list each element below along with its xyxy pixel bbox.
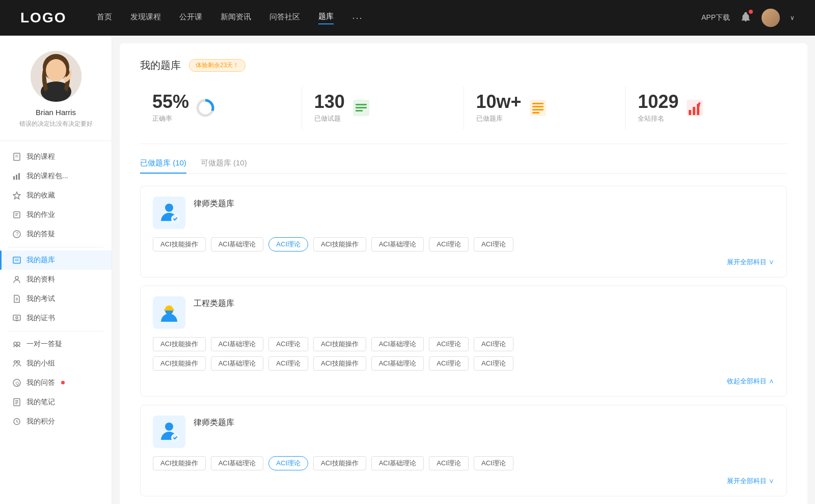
chat-icon <box>12 340 21 349</box>
sidebar-label-my-courses: 我的课程 <box>26 152 55 161</box>
stat-label-banks-done: 已做题库 <box>476 114 522 123</box>
bank-name-1: 律师类题库 <box>194 199 234 209</box>
bank-tag[interactable]: ACI理论 <box>268 337 308 351</box>
bank-tag[interactable]: ACI基础理论 <box>371 237 424 251</box>
sidebar-item-my-homework[interactable]: 我的作业 <box>0 205 112 225</box>
bank-tag[interactable]: ACI基础理论 <box>371 337 424 351</box>
points-icon <box>12 417 21 426</box>
bank-tag[interactable]: ACI理论 <box>474 337 513 351</box>
tab-available-banks[interactable]: 可做题库 (10) <box>201 158 247 173</box>
bank-tag[interactable]: ACI技能操作 <box>313 356 366 371</box>
svg-rect-8 <box>13 176 15 180</box>
bank-tag[interactable]: ACI技能操作 <box>313 337 366 351</box>
bank-tag[interactable]: ACI理论 <box>429 356 469 371</box>
bank-tag-active[interactable]: ACI理论 <box>268 456 308 470</box>
bar-chart-icon <box>12 172 21 181</box>
main-content: 我的题库 体验剩余23天！ 55% 正确率 <box>120 43 807 504</box>
bank-card-2: 工程类题库 ACI技能操作 ACI基础理论 ACI理论 ACI技能操作 ACI基… <box>140 286 787 397</box>
svg-point-28 <box>17 342 20 345</box>
sidebar-item-my-bank[interactable]: 我的题库 <box>0 250 112 270</box>
bank-tag[interactable]: ACI理论 <box>268 356 308 371</box>
question-icon: ? <box>12 230 21 239</box>
sidebar-item-my-points[interactable]: 我的积分 <box>0 412 112 431</box>
logo[interactable]: LOGO <box>20 10 66 26</box>
sidebar-item-my-profile[interactable]: 我的资料 <box>0 270 112 289</box>
sidebar-item-my-notes[interactable]: 我的笔记 <box>0 393 112 412</box>
bank-tag-active[interactable]: ACI理论 <box>268 237 308 251</box>
nav-news[interactable]: 新闻资讯 <box>221 12 251 24</box>
stat-ranking: 1029 全站排名 <box>626 87 787 129</box>
tab-done-banks[interactable]: 已做题库 (10) <box>140 158 186 173</box>
bank-tag[interactable]: ACI理论 <box>474 456 513 470</box>
svg-rect-44 <box>530 100 546 116</box>
bank-tag[interactable]: ACI理论 <box>429 237 469 251</box>
svg-rect-45 <box>532 103 544 104</box>
stat-correct-rate: 55% 正确率 <box>140 87 302 129</box>
sidebar-item-my-cert[interactable]: 我的证书 <box>0 309 112 328</box>
nav-qa[interactable]: 问答社区 <box>269 12 300 24</box>
sidebar-divider-1 <box>8 247 103 247</box>
bank-expand-1[interactable]: 展开全部科目 ∨ <box>153 258 774 267</box>
svg-rect-17 <box>13 257 20 263</box>
sidebar-item-my-course-pkg[interactable]: 我的课程包... <box>0 166 112 186</box>
nav-home[interactable]: 首页 <box>97 12 112 24</box>
bank-tag[interactable]: ACI技能操作 <box>153 237 206 251</box>
certificate-icon <box>12 314 21 323</box>
svg-point-53 <box>165 204 173 212</box>
sidebar-item-my-favorites[interactable]: 我的收藏 <box>0 186 112 205</box>
bank-tag[interactable]: ACI理论 <box>474 237 513 251</box>
bank-tag[interactable]: ACI基础理论 <box>211 237 264 251</box>
bank-tag[interactable]: ACI技能操作 <box>313 456 366 470</box>
sidebar-label-my-group: 我的小组 <box>26 359 55 368</box>
sidebar-motto: 错误的决定比没有决定要好 <box>8 120 103 128</box>
sidebar-profile: Brian Harris 错误的决定比没有决定要好 <box>0 51 112 141</box>
nav-discover[interactable]: 发现课程 <box>130 12 161 24</box>
user-avatar[interactable] <box>762 9 780 27</box>
bank-tag[interactable]: ACI技能操作 <box>153 356 206 371</box>
sidebar-item-my-questions[interactable]: Q 我的问答 <box>0 373 112 393</box>
bank-tag[interactable]: ACI基础理论 <box>211 337 264 351</box>
sidebar-item-my-qa[interactable]: ? 我的答疑 <box>0 225 112 244</box>
svg-rect-10 <box>18 173 20 180</box>
ask-icon: Q <box>12 378 21 387</box>
notification-badge <box>749 10 753 14</box>
bank-card-2-header: 工程类题库 <box>153 296 774 329</box>
svg-point-29 <box>14 360 17 363</box>
bank-expand-3[interactable]: 展开全部科目 ∨ <box>153 477 774 486</box>
sidebar-item-my-exam[interactable]: 我的考试 <box>0 289 112 309</box>
bank-tag[interactable]: ACI基础理论 <box>371 456 424 470</box>
sidebar-item-one-to-one[interactable]: 一对一答疑 <box>0 334 112 354</box>
bank-tag[interactable]: ACI技能操作 <box>153 456 206 470</box>
bank-card-1-header: 律师类题库 <box>153 197 774 229</box>
stat-value-questions-done: 130 <box>314 93 345 111</box>
sidebar: Brian Harris 错误的决定比没有决定要好 我的课程 我的课程包... <box>0 36 112 504</box>
sidebar-label-my-course-pkg: 我的课程包... <box>26 172 68 181</box>
stat-value-correct-rate: 55% <box>152 93 189 111</box>
sidebar-label-my-exam: 我的考试 <box>26 294 55 303</box>
svg-rect-47 <box>532 109 544 110</box>
sidebar-item-my-courses[interactable]: 我的课程 <box>0 147 112 166</box>
app-download-button[interactable]: APP下载 <box>701 13 730 22</box>
bank-tag[interactable]: ACI基础理论 <box>371 356 424 371</box>
nav-more[interactable]: ··· <box>352 13 363 23</box>
bank-tag[interactable]: ACI理论 <box>429 456 469 470</box>
bank-tag[interactable]: ACI技能操作 <box>313 237 366 251</box>
svg-rect-43 <box>356 110 363 111</box>
book-icon <box>12 152 21 161</box>
bank-tag[interactable]: ACI理论 <box>474 356 513 371</box>
bank-tag[interactable]: ACI技能操作 <box>153 337 206 351</box>
stat-banks-done: 10w+ 已做题库 <box>464 87 626 129</box>
sidebar-label-my-qa: 我的答疑 <box>26 230 55 239</box>
bank-tag[interactable]: ACI基础理论 <box>211 356 264 371</box>
user-menu-chevron[interactable]: ∨ <box>790 14 795 21</box>
navbar: LOGO 首页 发现课程 公开课 新闻资讯 问答社区 题库 ··· APP下载 … <box>0 0 815 36</box>
bank-tag[interactable]: ACI基础理论 <box>211 456 264 470</box>
sidebar-item-my-group[interactable]: 我的小组 <box>0 354 112 373</box>
nav-bank[interactable]: 题库 <box>318 12 334 24</box>
bank-collapse-2[interactable]: 收起全部科目 ∧ <box>153 377 774 386</box>
bank-tag[interactable]: ACI理论 <box>429 337 469 351</box>
list-icon <box>12 256 21 265</box>
edit-icon <box>12 210 21 219</box>
notification-bell[interactable] <box>740 11 751 24</box>
nav-open-course[interactable]: 公开课 <box>179 12 202 24</box>
